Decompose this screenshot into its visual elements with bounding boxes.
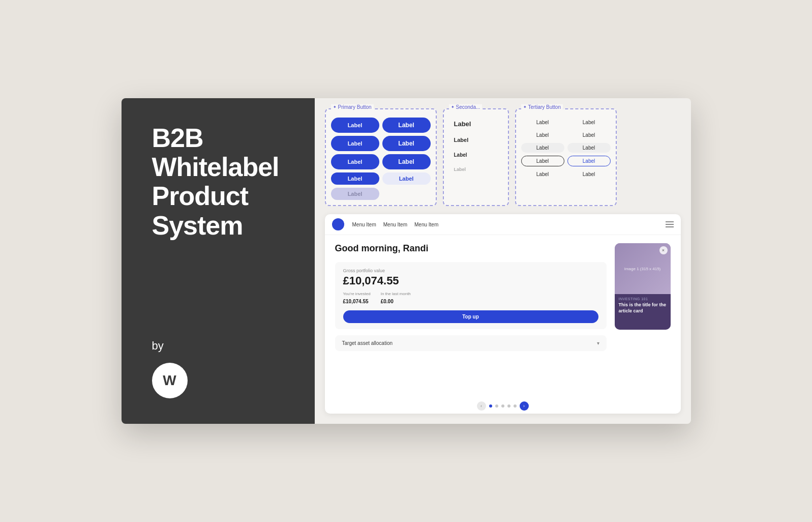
last-month-label: In the last month	[381, 292, 411, 296]
portfolio-invested: You're invested £10,074.55	[343, 292, 371, 305]
tertiary-btn-8[interactable]: Label	[567, 156, 611, 166]
primary-btn-7[interactable]: Label	[331, 172, 379, 185]
invested-label: You're invested	[343, 292, 371, 296]
primary-btn-3[interactable]: Label	[331, 136, 379, 151]
hamburger-line-1	[666, 221, 674, 222]
tertiary-btn-3[interactable]: Label	[521, 130, 564, 140]
button-section: Primary Button Label Label Label Label L…	[325, 108, 681, 206]
primary-btn-9: Label	[331, 188, 379, 200]
greeting: Good morning, Randi	[335, 243, 607, 254]
left-bottom: by W	[152, 339, 289, 398]
hamburger-line-3	[666, 226, 674, 227]
title-line1: B2B	[152, 123, 203, 153]
nav-logo	[332, 218, 344, 230]
tertiary-btn-7[interactable]: Label	[521, 156, 564, 166]
left-panel: B2B Whitelabel Product System by W	[122, 98, 315, 424]
dashboard-card: Menu Item Menu Item Menu Item Good morni…	[325, 214, 681, 414]
portfolio-sub: You're invested £10,074.55 In the last m…	[343, 292, 598, 305]
logo-letter: W	[163, 372, 176, 389]
secondary-card-label: Seconda...	[449, 104, 483, 110]
tertiary-btn-2[interactable]: Label	[567, 118, 611, 127]
page-dot-4	[507, 404, 510, 408]
tertiary-btn-1[interactable]: Label	[521, 118, 564, 127]
primary-btn-6[interactable]: Label	[382, 154, 431, 169]
primary-btn-grid: Label Label Label Label Label Label Labe…	[331, 118, 431, 200]
secondary-btn-4: Label	[449, 164, 471, 175]
tertiary-btn-10[interactable]: Label	[567, 169, 611, 179]
tertiary-btn-6[interactable]: Label	[567, 143, 611, 153]
chevron-down-icon: ▾	[597, 340, 599, 346]
dashboard-right: × Image 1 (315 x 415) INVESTING 101 This…	[615, 243, 671, 389]
portfolio-card: Gross portfolio value £10,074.55 You're …	[335, 262, 607, 329]
page-dot-2	[495, 404, 498, 408]
dashboard-content: Good morning, Randi Gross portfolio valu…	[325, 235, 681, 397]
secondary-btn-col: Label Label Label Label	[449, 118, 503, 175]
right-panel: Primary Button Label Label Label Label L…	[315, 98, 691, 424]
main-container: B2B Whitelabel Product System by W Prima…	[122, 98, 691, 424]
article-text-area: INVESTING 101 This is the title for the …	[615, 294, 671, 330]
article-title: This is the title for the article card	[619, 302, 667, 314]
secondary-button-card: Seconda... Label Label Label Label	[443, 108, 509, 206]
tertiary-btn-4[interactable]: Label	[567, 130, 611, 140]
dashboard-left: Good morning, Randi Gross portfolio valu…	[335, 243, 607, 389]
secondary-btn-2[interactable]: Label	[449, 134, 474, 146]
primary-btn-8[interactable]: Label	[382, 172, 431, 185]
primary-btn-1[interactable]: Label	[331, 118, 379, 133]
hamburger-icon[interactable]	[666, 221, 674, 227]
article-card: × Image 1 (315 x 415) INVESTING 101 This…	[615, 243, 671, 330]
allocation-label: Target asset allocation	[342, 340, 393, 346]
nav-item-1[interactable]: Menu Item	[352, 222, 376, 227]
dashboard-nav: Menu Item Menu Item Menu Item	[325, 214, 681, 235]
pagination-row: ‹ ›	[325, 397, 681, 414]
main-title: B2B Whitelabel Product System	[152, 124, 289, 240]
page-dot-3	[501, 404, 504, 408]
prev-arrow[interactable]: ‹	[477, 401, 486, 411]
top-up-button[interactable]: Top up	[343, 310, 598, 323]
nav-item-3[interactable]: Menu Item	[414, 222, 438, 227]
invested-value: £10,074.55	[343, 299, 369, 304]
by-label: by	[152, 339, 289, 353]
portfolio-label: Gross portfolio value	[343, 268, 598, 273]
title-line3: Product System	[152, 181, 248, 240]
page-dot-1	[489, 404, 492, 408]
portfolio-last-month: In the last month £0.00	[381, 292, 411, 305]
tertiary-btn-grid: Label Label Label Label Label Label Labe…	[521, 118, 611, 179]
secondary-btn-1[interactable]: Label	[449, 118, 476, 130]
secondary-btn-3[interactable]: Label	[449, 150, 472, 160]
page-dot-5	[514, 404, 517, 408]
last-month-value: £0.00	[381, 299, 394, 304]
tertiary-btn-9[interactable]: Label	[521, 169, 564, 179]
primary-button-card: Primary Button Label Label Label Label L…	[325, 108, 437, 206]
next-arrow[interactable]: ›	[520, 401, 529, 411]
primary-btn-5[interactable]: Label	[331, 154, 379, 169]
tertiary-button-card: Tertiary Button Label Label Label Label …	[515, 108, 617, 206]
tertiary-btn-5[interactable]: Label	[521, 143, 564, 153]
nav-items: Menu Item Menu Item Menu Item	[352, 222, 657, 227]
article-category: INVESTING 101	[619, 297, 667, 301]
portfolio-value: £10,074.55	[343, 274, 598, 287]
close-icon[interactable]: ×	[659, 246, 668, 254]
primary-card-label: Primary Button	[331, 104, 374, 110]
primary-btn-4[interactable]: Label	[382, 136, 431, 151]
primary-btn-2[interactable]: Label	[382, 118, 431, 133]
nav-item-2[interactable]: Menu Item	[383, 222, 407, 227]
article-image-label: Image 1 (315 x 415)	[624, 267, 661, 271]
allocation-row[interactable]: Target asset allocation ▾	[335, 335, 607, 351]
hamburger-line-2	[666, 224, 674, 225]
tertiary-card-label: Tertiary Button	[521, 104, 563, 110]
title-line2: Whitelabel	[152, 152, 279, 182]
brand-logo: W	[152, 363, 188, 398]
